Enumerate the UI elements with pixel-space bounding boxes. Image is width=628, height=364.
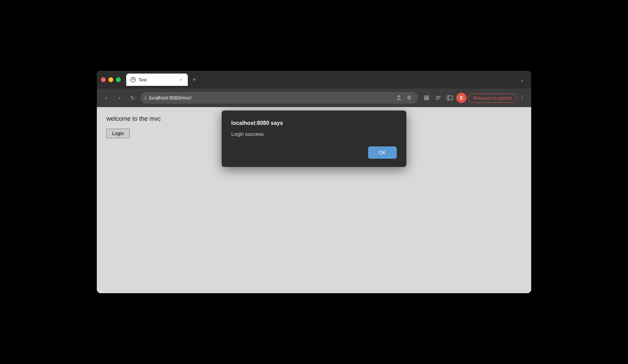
dialog-ok-button[interactable]: OK [368, 146, 397, 159]
url-actions [394, 93, 414, 103]
extensions-button[interactable] [421, 93, 432, 103]
url-text: localhost:8080/mvc/ [149, 95, 391, 101]
svg-rect-4 [424, 98, 426, 100]
tab-title: Test [139, 77, 175, 82]
share-button[interactable] [394, 93, 404, 103]
dialog-origin: localhost:8080 says [231, 120, 397, 126]
address-bar: ‹ › ↻ ℹ localhost:8080/mvc/ [97, 89, 531, 107]
tab-favicon-icon [130, 77, 136, 82]
minimize-window-button[interactable] [108, 77, 113, 82]
dialog-overlay: localhost:8080 says Login success OK [97, 107, 531, 293]
relaunch-button[interactable]: Relaunch to update [468, 93, 517, 103]
title-bar: Test × + ⌄ [97, 71, 531, 89]
svg-rect-3 [427, 96, 429, 98]
close-window-button[interactable] [101, 77, 106, 82]
back-button[interactable]: ‹ [102, 93, 111, 103]
sidebar-button[interactable] [445, 93, 455, 103]
page-content: welcome to the mvc Login localhost:8080 … [97, 107, 531, 293]
url-info-icon: ℹ [145, 95, 146, 101]
more-options-button[interactable]: ⋮ [518, 95, 526, 101]
profile-avatar[interactable]: E [456, 93, 467, 103]
maximize-window-button[interactable] [116, 77, 121, 82]
tab-bar: Test × + [126, 74, 514, 86]
dialog-box: localhost:8080 says Login success OK [222, 110, 406, 167]
dialog-actions: OK [231, 146, 397, 159]
svg-rect-2 [424, 96, 426, 98]
svg-rect-9 [447, 96, 453, 100]
tab-dropdown-button[interactable]: ⌄ [517, 75, 527, 84]
tab-close-button[interactable]: × [178, 77, 184, 82]
toolbar-icons: E Relaunch to update ⋮ [421, 93, 526, 103]
reload-button[interactable]: ↻ [128, 93, 137, 103]
bookmark-button[interactable] [404, 93, 414, 103]
traffic-lights [101, 77, 121, 82]
media-button[interactable] [433, 93, 443, 103]
new-tab-button[interactable]: + [189, 75, 199, 85]
browser-window: Test × + ⌄ ‹ › ↻ ℹ localhost:8080/mvc/ [97, 71, 531, 293]
svg-rect-5 [427, 98, 429, 100]
url-bar[interactable]: ℹ localhost:8080/mvc/ [141, 92, 418, 104]
forward-button[interactable]: › [115, 93, 124, 103]
dialog-message: Login success [231, 131, 397, 137]
active-tab[interactable]: Test × [126, 74, 188, 86]
